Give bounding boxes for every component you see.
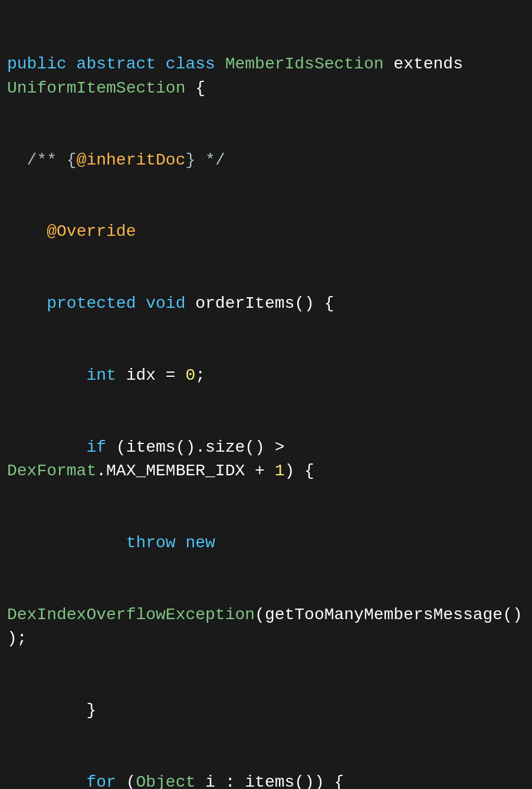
code-line-10: for (Object i : items()) { [7, 771, 525, 789]
code-line-7: throw new [7, 531, 525, 555]
code-line-4: protected void orderItems() { [7, 292, 525, 316]
code-line-8: DexIndexOverflowException(getTooManyMemb… [7, 603, 525, 651]
code-viewer: public abstract class MemberIdsSection e… [7, 5, 525, 789]
code-line-9: } [7, 699, 525, 723]
code-line-1: public abstract class MemberIdsSection e… [7, 52, 525, 100]
code-line-5: int idx = 0; [7, 364, 525, 388]
code-line-3: @Override [7, 220, 525, 244]
code-line-2: /** {@inheritDoc} */ [7, 149, 525, 173]
code-line-6: if (items().size() > DexFormat.MAX_MEMBE… [7, 436, 525, 484]
